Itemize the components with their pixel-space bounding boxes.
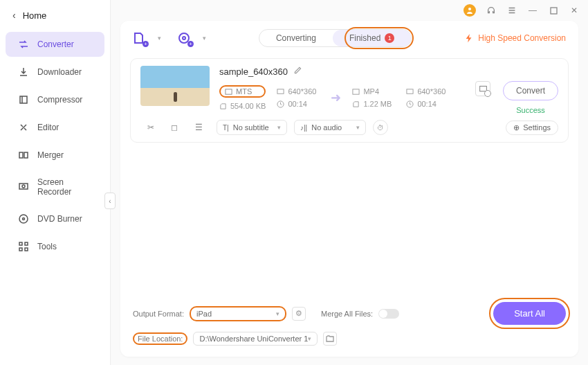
svg-rect-3 bbox=[19, 184, 28, 189]
top-strip: + ▾ + ▾ Converting Finished 1 High Speed… bbox=[120, 21, 578, 53]
audio-select[interactable]: ♪||No audio▾ bbox=[294, 120, 366, 135]
editor-icon bbox=[18, 122, 29, 133]
file-name: sample_640x360 bbox=[219, 66, 288, 77]
svg-rect-10 bbox=[25, 248, 28, 251]
add-file-button[interactable]: + bbox=[133, 31, 147, 45]
svg-point-11 bbox=[468, 8, 471, 10]
tab-converting[interactable]: Converting bbox=[259, 30, 333, 46]
search-icon: ⊕ bbox=[513, 123, 520, 132]
dst-duration: 00:14 bbox=[406, 100, 449, 108]
file-location-label: File Location: bbox=[133, 332, 187, 345]
back-icon[interactable]: ‹ bbox=[12, 10, 16, 21]
open-folder-icon[interactable] bbox=[323, 332, 337, 346]
sidebar-item-label: Screen Recorder bbox=[37, 177, 92, 197]
sidebar-item-editor[interactable]: Editor bbox=[6, 115, 104, 140]
merger-icon bbox=[18, 150, 29, 161]
subtitle-select[interactable]: T|No subtitle▾ bbox=[217, 120, 287, 135]
sidebar-item-label: Merger bbox=[37, 150, 64, 160]
merge-toggle[interactable] bbox=[378, 309, 399, 319]
file-location-select[interactable]: D:\Wondershare UniConverter 1▾ bbox=[193, 332, 318, 346]
dvd-icon bbox=[18, 213, 29, 224]
sidebar-item-screen-recorder[interactable]: Screen Recorder bbox=[6, 170, 104, 204]
effects-icon[interactable]: ☰ bbox=[195, 123, 203, 132]
start-all-button[interactable]: Start All bbox=[493, 302, 566, 325]
sidebar: ‹ Home Converter Downloader Compressor E… bbox=[0, 0, 111, 365]
recorder-icon bbox=[18, 181, 29, 193]
src-format: MTS bbox=[219, 85, 266, 98]
tab-finished[interactable]: Finished 1 bbox=[333, 30, 411, 46]
home-row[interactable]: ‹ Home bbox=[0, 0, 110, 30]
src-size: 554.00 KB bbox=[219, 102, 266, 110]
convert-button[interactable]: Convert bbox=[503, 81, 558, 100]
collapse-sidebar-button[interactable]: ‹ bbox=[104, 193, 116, 209]
main-area: — ✕ + ▾ + ▾ Converting Finished 1 bbox=[111, 0, 588, 365]
svg-rect-21 bbox=[479, 86, 486, 91]
headset-icon[interactable] bbox=[486, 5, 497, 16]
add-dvd-button[interactable]: + bbox=[178, 31, 192, 45]
maximize-button[interactable] bbox=[548, 5, 559, 16]
tool-row: ✂ ◻ ☰ T|No subtitle▾ ♪||No audio▾ ⏱ ⊕Set… bbox=[140, 120, 558, 135]
svg-rect-8 bbox=[25, 242, 28, 245]
chevron-down-icon[interactable]: ▾ bbox=[203, 35, 206, 42]
content-panel: + ▾ + ▾ Converting Finished 1 High Speed… bbox=[120, 21, 578, 357]
chevron-down-icon[interactable]: ▾ bbox=[158, 35, 161, 42]
high-speed-button[interactable]: High Speed Conversion bbox=[464, 33, 566, 43]
svg-rect-9 bbox=[19, 248, 22, 251]
sidebar-item-dvd-burner[interactable]: DVD Burner bbox=[6, 206, 104, 231]
edit-name-icon[interactable] bbox=[293, 66, 302, 77]
video-thumbnail[interactable] bbox=[140, 66, 210, 106]
sidebar-item-label: Converter bbox=[37, 39, 74, 49]
plus-icon: + bbox=[187, 41, 194, 47]
svg-rect-0 bbox=[20, 96, 27, 103]
svg-rect-19 bbox=[407, 89, 413, 93]
menu-icon[interactable] bbox=[506, 5, 517, 16]
home-label: Home bbox=[23, 10, 47, 21]
file-info: sample_640x360 MTS 554.00 KB 640*360 00:… bbox=[219, 66, 558, 114]
dst-format: MP4 bbox=[352, 87, 395, 96]
arrow-right-icon: ➜ bbox=[331, 90, 341, 105]
minimize-button[interactable]: — bbox=[527, 5, 538, 16]
svg-rect-2 bbox=[24, 152, 28, 158]
compressor-icon bbox=[18, 94, 29, 105]
settings-button[interactable]: ⊕Settings bbox=[506, 121, 558, 135]
finished-badge: 1 bbox=[385, 33, 394, 43]
dst-resolution: 640*360 bbox=[406, 87, 449, 96]
file-item: sample_640x360 MTS 554.00 KB 640*360 00:… bbox=[130, 58, 569, 143]
file-item-row: sample_640x360 MTS 554.00 KB 640*360 00:… bbox=[140, 66, 558, 114]
high-speed-label: High Speed Conversion bbox=[478, 33, 566, 43]
titlebar: — ✕ bbox=[111, 0, 588, 21]
dst-size: 1.22 MB bbox=[352, 100, 395, 108]
src-resolution: 640*360 bbox=[277, 87, 320, 96]
crop-icon[interactable]: ◻ bbox=[171, 123, 178, 132]
tab-finished-label: Finished bbox=[349, 33, 380, 43]
output-format-label: Output Format: bbox=[133, 310, 184, 318]
lightning-icon bbox=[464, 33, 474, 43]
sidebar-item-label: Downloader bbox=[37, 67, 82, 77]
sidebar-item-tools[interactable]: Tools bbox=[6, 234, 104, 259]
svg-point-5 bbox=[19, 215, 28, 223]
status-success: Success bbox=[516, 106, 545, 114]
svg-point-6 bbox=[23, 218, 25, 220]
svg-point-4 bbox=[22, 185, 25, 188]
sidebar-item-label: Editor bbox=[37, 123, 59, 132]
format-settings-icon[interactable]: ⚙ bbox=[292, 307, 306, 321]
output-format-select[interactable]: iPad▾ bbox=[190, 306, 286, 321]
status-tabs: Converting Finished 1 bbox=[259, 29, 412, 47]
converter-icon bbox=[18, 39, 29, 50]
output-settings-icon[interactable] bbox=[475, 81, 490, 96]
sidebar-item-merger[interactable]: Merger bbox=[6, 143, 104, 168]
sidebar-item-label: DVD Burner bbox=[37, 214, 82, 224]
avatar-icon[interactable] bbox=[463, 4, 476, 17]
sidebar-item-downloader[interactable]: Downloader bbox=[6, 60, 104, 84]
src-duration: 00:14 bbox=[277, 100, 320, 108]
svg-point-14 bbox=[183, 37, 185, 39]
speed-icon[interactable]: ⏱ bbox=[373, 120, 388, 135]
trim-icon[interactable]: ✂ bbox=[147, 123, 154, 132]
sidebar-item-compressor[interactable]: Compressor bbox=[6, 87, 104, 112]
sidebar-item-converter[interactable]: Converter bbox=[6, 32, 104, 57]
svg-rect-15 bbox=[226, 89, 232, 94]
bottom-bar: Output Format: iPad▾ ⚙ Merge All Files: … bbox=[120, 295, 578, 357]
close-button[interactable]: ✕ bbox=[569, 5, 580, 16]
svg-rect-16 bbox=[277, 89, 284, 93]
tools-icon bbox=[18, 241, 29, 252]
